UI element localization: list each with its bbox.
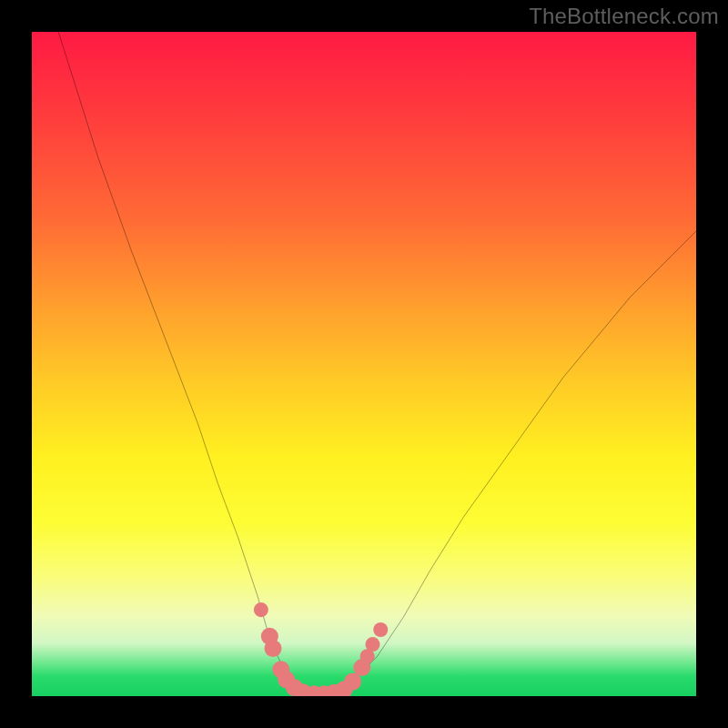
plot-area bbox=[32, 32, 696, 696]
curve-layer bbox=[32, 32, 696, 696]
curve-marker bbox=[365, 637, 379, 652]
chart-frame: TheBottleneck.com bbox=[0, 0, 728, 728]
curve-marker bbox=[265, 640, 282, 657]
watermark-text: TheBottleneck.com bbox=[529, 4, 719, 29]
curve-marker bbox=[254, 602, 268, 617]
marker-group bbox=[254, 602, 388, 696]
curve-marker bbox=[373, 622, 388, 637]
bottleneck-curve-path bbox=[58, 32, 696, 696]
